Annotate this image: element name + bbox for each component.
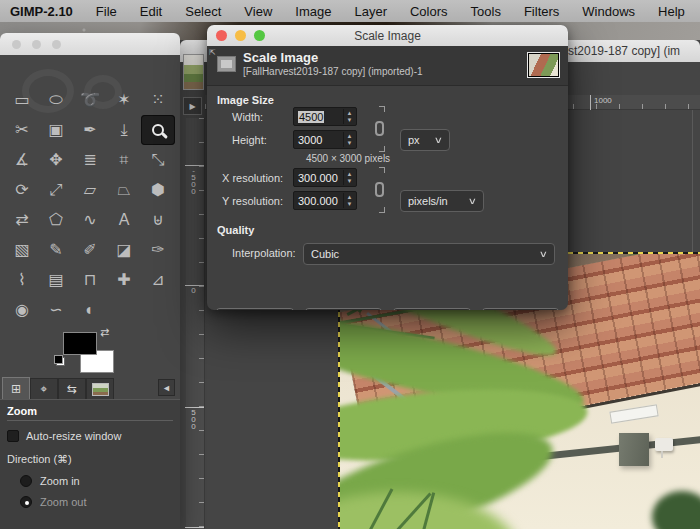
transform-3d-tool[interactable]: ⬢ (141, 175, 175, 205)
perspective-clone-tool[interactable]: ⊿ (141, 265, 175, 295)
heal-tool[interactable]: ✚ (107, 265, 141, 295)
photo-solar-panel (609, 404, 658, 423)
reset-button[interactable]: Reset (304, 308, 384, 310)
color-picker-tool[interactable]: ⤓ (107, 115, 141, 145)
scale-tool[interactable]: ⤢ (39, 175, 73, 205)
maximize-button-inactive[interactable] (52, 40, 61, 49)
menu-image[interactable]: Image (295, 4, 331, 19)
tab-tool-options[interactable]: ⊞ (2, 377, 30, 399)
eraser-tool[interactable]: ◪ (107, 235, 141, 265)
interpolation-dropdown[interactable]: Cubic ∨ (303, 243, 555, 265)
height-input[interactable]: 3000 ▲▼ (293, 130, 357, 149)
measure-tool[interactable]: ∡ (5, 145, 39, 175)
minimize-button-inactive[interactable] (32, 40, 41, 49)
shear-tool[interactable]: ▱ (73, 175, 107, 205)
panel-collapse-button[interactable]: ◄ (158, 379, 175, 396)
zoom-tool[interactable] (141, 115, 175, 145)
auto-resize-checkbox[interactable] (7, 430, 19, 442)
maximize-button[interactable] (254, 30, 265, 41)
pencil-tool[interactable]: ✎ (39, 235, 73, 265)
free-select-tool[interactable]: ➰ (73, 85, 107, 115)
smudge-tool[interactable]: ∽ (39, 295, 73, 325)
dodge-burn-tool[interactable]: ◐ (73, 295, 107, 325)
menu-file[interactable]: File (96, 4, 117, 19)
text-tool[interactable]: A (107, 205, 141, 235)
tab-undo-history[interactable]: ⇆ (58, 378, 86, 399)
resolution-unit-dropdown[interactable]: pixels/in ∨ (400, 190, 484, 212)
warp-transform-tool[interactable]: ∿ (73, 205, 107, 235)
rotate-tool[interactable]: ⟳ (5, 175, 39, 205)
image-window-menu-button[interactable]: ▶ (183, 97, 202, 115)
zoom-in-radio[interactable] (20, 475, 32, 487)
x-resolution-label: X resolution: (222, 172, 283, 184)
swap-colors-icon[interactable]: ⇄ (100, 326, 109, 339)
menu-select[interactable]: Select (185, 4, 221, 19)
tab-device-status[interactable]: ⌖ (30, 378, 58, 399)
crop-tool[interactable]: ⌗ (107, 145, 141, 175)
perspective-tool[interactable]: ⏢ (107, 175, 141, 205)
scissors-select-tool[interactable]: ✂ (5, 115, 39, 145)
x-resolution-spinner[interactable]: ▲▼ (343, 170, 355, 185)
menu-windows[interactable]: Windows (582, 4, 635, 19)
tab-image-thumbnail[interactable] (86, 378, 114, 399)
zoom-out-radio[interactable] (20, 496, 32, 508)
magnifier-icon (152, 124, 164, 136)
rectangle-select-tool[interactable]: ▭ (5, 85, 39, 115)
default-colors-icon[interactable] (56, 357, 65, 366)
menu-layer[interactable]: Layer (354, 4, 387, 19)
blur-sharpen-tool[interactable]: ◉ (5, 295, 39, 325)
size-unit-dropdown[interactable]: px ∨ (400, 129, 450, 151)
flip-tool[interactable]: ⇄ (5, 205, 39, 235)
ink-tool[interactable]: ✑ (141, 235, 175, 265)
scale-button[interactable]: Scale (481, 308, 561, 310)
resolution-chain-link-icon[interactable] (373, 167, 387, 213)
airbrush-tool[interactable]: ⌇ (5, 265, 39, 295)
menu-view[interactable]: View (244, 4, 272, 19)
zoom-out-label: Zoom out (40, 496, 86, 508)
toolbox-titlebar[interactable] (0, 33, 180, 55)
width-spinner[interactable]: ▲▼ (343, 109, 355, 124)
cage-transform-tool[interactable]: ⬠ (39, 205, 73, 235)
move-tool[interactable]: ✥ (39, 145, 73, 175)
close-button-inactive[interactable] (12, 40, 21, 49)
menu-filters[interactable]: Filters (524, 4, 559, 19)
paintbrush-tool[interactable]: ✐ (73, 235, 107, 265)
chevron-down-icon: ∨ (468, 196, 477, 206)
auto-resize-label: Auto-resize window (26, 430, 121, 442)
image-thumbnail-icon (92, 383, 109, 396)
ellipse-select-tool[interactable]: ⬭ (39, 85, 73, 115)
menu-tools[interactable]: Tools (471, 4, 501, 19)
size-chain-link-icon[interactable] (373, 106, 387, 152)
v-ruler-label: 500 (189, 408, 197, 429)
width-input[interactable]: 4500 ▲▼ (293, 107, 357, 126)
dialog-icon (217, 56, 236, 72)
dialog-titlebar[interactable]: Scale Image (207, 25, 568, 46)
close-button[interactable] (216, 30, 227, 41)
paths-tool[interactable]: ✒ (73, 115, 107, 145)
menu-colors[interactable]: Colors (410, 4, 448, 19)
height-spinner[interactable]: ▲▼ (343, 132, 355, 147)
foreground-color-swatch[interactable] (63, 332, 97, 355)
x-resolution-input[interactable]: 300.000 ▲▼ (293, 168, 357, 187)
menu-help[interactable]: Help (658, 4, 685, 19)
fuzzy-select-tool[interactable]: ✶ (107, 85, 141, 115)
dialog-header: ⇱ Scale Image [FallHarvest2019-187 copy]… (207, 46, 568, 86)
y-resolution-input[interactable]: 300.000 ▲▼ (293, 191, 357, 210)
foreground-select-tool[interactable]: ▣ (39, 115, 73, 145)
unified-transform-tool[interactable]: ⤡ (141, 145, 175, 175)
menu-bar: GIMP-2.10 File Edit Select View Image La… (0, 0, 700, 22)
select-by-color-tool[interactable]: ⁙ (141, 85, 175, 115)
gradient-tool[interactable]: ▧ (5, 235, 39, 265)
minimize-button[interactable] (235, 30, 246, 41)
menu-gimp[interactable]: GIMP-2.10 (10, 4, 73, 19)
cancel-button[interactable]: Cancel (392, 308, 472, 310)
interpolation-label: Interpolation: (232, 247, 296, 259)
menu-edit[interactable]: Edit (140, 4, 162, 19)
help-button[interactable]: Help (215, 308, 295, 310)
align-tool[interactable]: ≣ (73, 145, 107, 175)
clone-tool[interactable]: ⊓ (73, 265, 107, 295)
y-resolution-spinner[interactable]: ▲▼ (343, 193, 355, 208)
dialog-window-title: Scale Image (354, 29, 421, 43)
mypaint-brush-tool[interactable]: ▤ (39, 265, 73, 295)
bucket-fill-tool[interactable]: ⊎ (141, 205, 175, 235)
